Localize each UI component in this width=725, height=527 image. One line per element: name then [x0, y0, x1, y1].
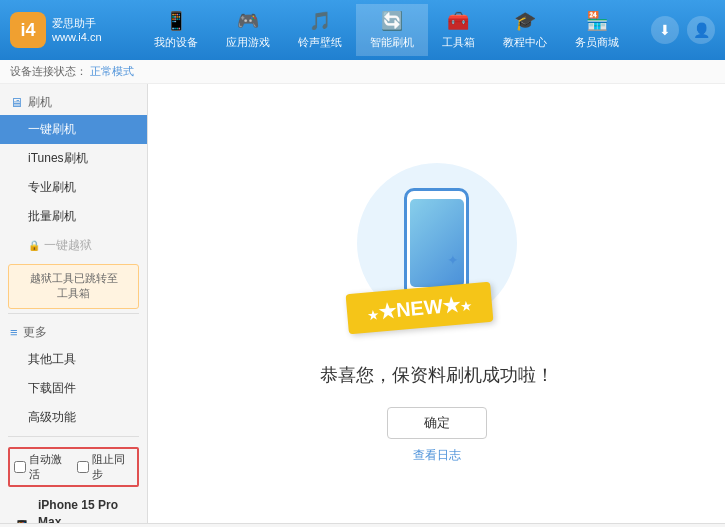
auto-activate-option[interactable]: 自动激活	[14, 452, 71, 482]
apps-games-icon: 🎮	[237, 10, 259, 32]
more-section-header: ≡ 更多	[0, 318, 147, 345]
sidebar-divider-2	[8, 436, 139, 437]
disable-sync-checkbox[interactable]	[77, 461, 89, 473]
sidebar-item-one-click-flash[interactable]: 一键刷机	[0, 115, 147, 144]
confirm-button[interactable]: 确定	[387, 407, 487, 439]
nav-apps-games[interactable]: 🎮 应用游戏	[212, 4, 284, 56]
logo: i4 爱思助手 www.i4.cn	[10, 12, 102, 48]
device-details: iPhone 15 Pro Max 512GB iPhone	[38, 497, 135, 523]
sidebar: 🖥 刷机 一键刷机 iTunes刷机 专业刷机 批量刷机 🔒 一键越狱 越狱工具…	[0, 84, 148, 523]
content-area: ✦ ✦ ✦ ★NEW★ 恭喜您，保资料刷机成功啦！ 确定 查看日志	[148, 84, 725, 523]
service-icon: 🏪	[586, 10, 608, 32]
nav-tutorial[interactable]: 🎓 教程中心	[489, 4, 561, 56]
auto-activate-checkbox[interactable]	[14, 461, 26, 473]
success-message: 恭喜您，保资料刷机成功啦！	[320, 363, 554, 387]
sparkle-br: ✦	[447, 252, 459, 268]
sidebar-notice: 越狱工具已跳转至工具箱	[8, 264, 139, 309]
device-name: iPhone 15 Pro Max	[38, 497, 135, 523]
nav-bar: 📱 我的设备 🎮 应用游戏 🎵 铃声壁纸 🔄 智能刷机 🧰 工具箱 🎓 教程中心…	[122, 4, 651, 56]
sidebar-item-itunes-flash[interactable]: iTunes刷机	[0, 144, 147, 173]
logo-icon: i4	[10, 12, 46, 48]
tutorial-icon: 🎓	[514, 10, 536, 32]
sidebar-item-pro-flash[interactable]: 专业刷机	[0, 173, 147, 202]
main-container: 🖥 刷机 一键刷机 iTunes刷机 专业刷机 批量刷机 🔒 一键越狱 越狱工具…	[0, 84, 725, 523]
new-banner: ★NEW★	[345, 282, 493, 334]
sidebar-item-download-firmware[interactable]: 下载固件	[0, 374, 147, 403]
user-button[interactable]: 👤	[687, 16, 715, 44]
header-right: ⬇ 👤	[651, 16, 715, 44]
phone-screen	[410, 199, 464, 287]
header: i4 爱思助手 www.i4.cn 📱 我的设备 🎮 应用游戏 🎵 铃声壁纸 🔄…	[0, 0, 725, 60]
download-button[interactable]: ⬇	[651, 16, 679, 44]
nav-my-device[interactable]: 📱 我的设备	[140, 4, 212, 56]
device-options-section: 自动激活 阻止同步 📱 iPhone 15 Pro Max 512GB iPho…	[0, 441, 147, 523]
breadcrumb-status[interactable]: 正常模式	[90, 65, 134, 77]
view-log-link[interactable]: 查看日志	[413, 447, 461, 464]
disable-sync-option[interactable]: 阻止同步	[77, 452, 134, 482]
nav-ringtones[interactable]: 🎵 铃声壁纸	[284, 4, 356, 56]
logo-text: 爱思助手 www.i4.cn	[52, 16, 102, 45]
my-device-icon: 📱	[165, 10, 187, 32]
smart-flash-icon: 🔄	[381, 10, 403, 32]
more-section-icon: ≡	[10, 325, 18, 340]
sidebar-item-advanced[interactable]: 高级功能	[0, 403, 147, 432]
flash-section-header: 🖥 刷机	[0, 88, 147, 115]
toolbox-icon: 🧰	[447, 10, 469, 32]
sidebar-divider-1	[8, 313, 139, 314]
success-illustration: ✦ ✦ ✦ ★NEW★	[347, 143, 527, 343]
breadcrumb: 设备连接状态： 正常模式	[0, 60, 725, 84]
ringtones-icon: 🎵	[309, 10, 331, 32]
sidebar-item-other-tools[interactable]: 其他工具	[0, 345, 147, 374]
device-phone-icon: 📱	[12, 519, 32, 523]
device-info: 📱 iPhone 15 Pro Max 512GB iPhone	[8, 493, 139, 523]
sidebar-item-jailbreak-disabled: 🔒 一键越狱	[0, 231, 147, 260]
phone-body	[404, 188, 469, 298]
nav-service[interactable]: 🏪 务员商城	[561, 4, 633, 56]
bottom-bar: 阻止iTunes运行 V7.98.66 客服 微信公众号 检查更新	[0, 523, 725, 527]
flash-section-icon: 🖥	[10, 95, 23, 110]
nav-toolbox[interactable]: 🧰 工具箱	[428, 4, 489, 56]
nav-smart-flash[interactable]: 🔄 智能刷机	[356, 4, 428, 56]
sidebar-item-batch-flash[interactable]: 批量刷机	[0, 202, 147, 231]
device-checkbox-row: 自动激活 阻止同步	[8, 447, 139, 487]
